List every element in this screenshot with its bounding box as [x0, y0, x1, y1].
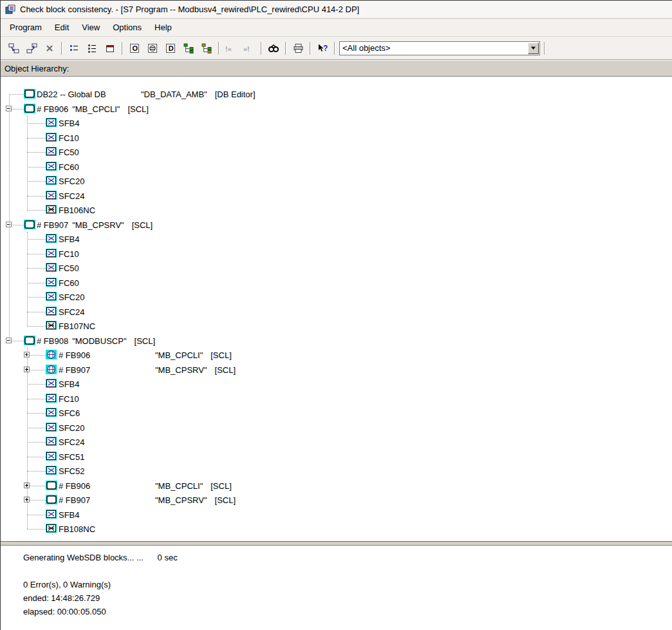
application-window: Check block consistency. - [S7 Program -…	[0, 0, 672, 630]
xref-block-icon	[46, 118, 57, 127]
tree-row-label: SFC20	[59, 423, 155, 433]
tree-row-fc10[interactable]: FC10	[1, 392, 672, 406]
tree-row-fb906[interactable]: # FB906"MB_CPCLI"[SCL]	[1, 102, 672, 116]
xref-nc-block-icon	[46, 524, 57, 533]
tree-row-sfc24[interactable]: SFC24	[1, 435, 672, 449]
tree-row-sfc52[interactable]: SFC52	[1, 464, 672, 478]
tree-row-sfc51[interactable]: SFC51	[1, 450, 672, 464]
tree-row-fc60[interactable]: FC60	[1, 160, 672, 174]
tree-row-db22globaldb[interactable]: DB22 -- Global DB"DB_DATA_AMB"[DB Editor…	[1, 87, 672, 101]
output-line: ended: 14:48:26.729	[23, 591, 672, 605]
xref-block-icon	[46, 147, 57, 156]
find-button[interactable]	[265, 41, 282, 56]
tree-row-fb908[interactable]: # FB908"MODBUSCP"[SCL]	[1, 334, 672, 348]
panel-header-label: Object Hierarchy:	[5, 64, 69, 73]
tree-row-fb906[interactable]: # FB906"MB_CPCLI"[SCL]	[1, 348, 672, 362]
title-bar[interactable]: Check block consistency. - [S7 Program -…	[1, 1, 672, 19]
block-id: SFB4	[59, 119, 155, 128]
block-icon	[24, 336, 35, 345]
block-id: SFB4	[59, 234, 155, 244]
goto-called-block-button[interactable]	[5, 41, 22, 56]
tree-branch-line	[27, 348, 28, 529]
tree-row-sfb4[interactable]: SFB4	[1, 232, 672, 246]
block-name: "MB_CPSRV"	[72, 220, 132, 230]
program-window-button[interactable]	[102, 41, 118, 56]
dependency-tree-button[interactable]	[180, 41, 197, 56]
call-tree-button[interactable]	[198, 41, 215, 56]
show-interfaces-button[interactable]	[144, 41, 161, 56]
context-help-button[interactable]: ?	[314, 41, 331, 56]
output-line: 0 Error(s), 0 Warning(s)	[23, 578, 672, 591]
tree-row-sfc20[interactable]: SFC20	[1, 421, 672, 435]
tree-row-fb907[interactable]: # FB907"MB_CPSRV"[SCL]	[1, 493, 672, 507]
tree-row-sfc20[interactable]: SFC20	[1, 290, 672, 304]
output-line	[23, 564, 672, 578]
show-objects-button[interactable]: O	[126, 41, 143, 56]
tree-row-sfc6[interactable]: SFC6	[1, 406, 672, 420]
block-icon	[24, 220, 35, 229]
tree-row-fc10[interactable]: FC10	[1, 247, 672, 261]
object-filter-dropdown[interactable]: <All objects>	[339, 41, 540, 55]
block-icon	[46, 495, 57, 504]
tree-row-fb107nc[interactable]: FB107NC	[1, 319, 672, 333]
block-id: FB108NC	[59, 524, 155, 534]
tree-connector	[27, 239, 46, 240]
tree-row-sfb4[interactable]: SFB4	[1, 116, 672, 130]
tree-connector	[27, 500, 46, 501]
tree-row-label: FC60	[59, 278, 155, 288]
tree-row-fc60[interactable]: FC60	[1, 276, 672, 290]
block-id: # FB907	[59, 495, 155, 505]
menu-program[interactable]: Program	[3, 19, 48, 36]
tree-row-fc50[interactable]: FC50	[1, 145, 672, 159]
block-id: SFC20	[59, 423, 155, 433]
tree-row-fb906[interactable]: # FB906"MB_CPCLI"[SCL]	[1, 479, 672, 493]
tree-row-fb106nc[interactable]: FB106NC	[1, 203, 672, 217]
block-id: FC10	[59, 133, 155, 143]
tree-row-fb907[interactable]: # FB907"MB_CPSRV"[SCL]	[1, 218, 672, 232]
tree-row-sfc24[interactable]: SFC24	[1, 305, 672, 319]
menu-options[interactable]: Options	[106, 19, 148, 36]
tree-row-sfb4[interactable]: SFB4	[1, 508, 672, 522]
block-editor: [SCL]	[215, 365, 236, 375]
tree-connector	[27, 167, 46, 167]
tree-row-fb907[interactable]: # FB907"MB_CPSRV"[SCL]	[1, 363, 672, 377]
block-id: SFB4	[59, 510, 155, 520]
delete-button[interactable]	[41, 41, 58, 56]
svg-text:»!: »!	[243, 44, 250, 52]
xref-block-icon	[46, 292, 57, 301]
block-editor: [SCL]	[210, 350, 232, 360]
tree-connector	[27, 399, 46, 399]
tree-row-sfc20[interactable]: SFC20	[1, 174, 672, 188]
goto-calling-block-button[interactable]	[23, 41, 40, 56]
block-list-button[interactable]	[84, 41, 100, 56]
program-window-icon	[105, 43, 115, 53]
print-button[interactable]	[290, 41, 306, 56]
tree-branch-line	[9, 94, 10, 341]
menu-edit[interactable]: Edit	[48, 19, 75, 36]
toolbar: OD!«»!?<All objects>	[1, 37, 672, 60]
tree-row-fc50[interactable]: FC50	[1, 261, 672, 275]
block-id: # FB906	[59, 350, 155, 360]
block-editor: [DB Editor]	[215, 90, 256, 99]
block-name: "MB_CPSRV"	[155, 495, 215, 505]
block-id: # FB908	[37, 336, 72, 346]
show-data-button[interactable]: D	[162, 41, 179, 56]
block-editor: [SCL]	[127, 104, 149, 114]
block-editor: [SCL]	[135, 336, 156, 346]
tree-connector	[27, 254, 46, 254]
tree-row-fc10[interactable]: FC10	[1, 131, 672, 145]
tree-row-fb108nc[interactable]: FB108NC	[1, 522, 672, 536]
menu-view[interactable]: View	[75, 19, 106, 36]
goto-called-block-icon	[8, 43, 19, 53]
block-id: FC10	[59, 394, 155, 404]
dropdown-button[interactable]	[528, 43, 539, 54]
tree-row-sfb4[interactable]: SFB4	[1, 377, 672, 391]
menu-help[interactable]: Help	[148, 19, 178, 36]
tree-row-sfc24[interactable]: SFC24	[1, 189, 672, 203]
tree-connector	[27, 268, 46, 269]
block-id: FC50	[59, 263, 155, 273]
block-editor: [SCL]	[215, 495, 236, 505]
object-details-button[interactable]	[66, 41, 82, 56]
tree-connector	[27, 355, 46, 356]
tree-connector	[27, 413, 46, 414]
